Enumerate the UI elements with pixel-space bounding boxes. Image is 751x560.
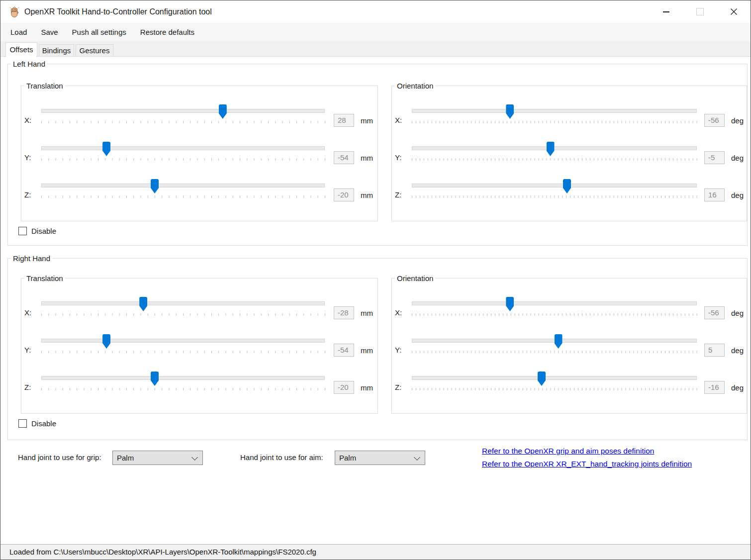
slider-track[interactable] (41, 146, 325, 150)
slider-z[interactable] (412, 370, 697, 395)
axis-label-y: Y: (395, 153, 401, 162)
slider-y[interactable] (41, 333, 325, 358)
axis-label-z: Z: (24, 383, 31, 391)
tab-gestures[interactable]: Gestures (76, 44, 113, 57)
minimize-button[interactable] (649, 0, 683, 23)
slider-z[interactable] (41, 370, 325, 395)
chevron-down-icon (191, 454, 198, 461)
value-box-x[interactable]: -56 (704, 306, 725, 319)
value-box-x[interactable]: -28 (334, 306, 354, 319)
left-disable-row: Disable (18, 227, 56, 235)
app-hand-icon (8, 6, 20, 18)
value-box-y[interactable]: -54 (334, 151, 354, 164)
grip-joint-value: Palm (117, 454, 134, 462)
unit-label: deg (731, 309, 744, 317)
slider-track[interactable] (41, 301, 325, 305)
slider-thumb[interactable] (151, 179, 159, 193)
slider-y[interactable] (41, 140, 325, 165)
close-button[interactable] (717, 0, 751, 23)
grip-joint-select[interactable]: Palm (112, 451, 203, 465)
menu-save[interactable]: Save (34, 23, 65, 41)
slider-thumb[interactable] (506, 104, 514, 119)
slider-track[interactable] (412, 146, 697, 150)
slider-track[interactable] (412, 184, 697, 187)
slider-y[interactable] (412, 333, 697, 358)
unit-label: deg (731, 346, 744, 355)
value-box-x[interactable]: 28 (334, 114, 354, 127)
value-box-y[interactable]: 5 (704, 344, 725, 357)
menu-restore-defaults[interactable]: Restore defaults (133, 23, 201, 41)
axis-label-x: X: (24, 116, 31, 124)
slider-thumb[interactable] (538, 372, 546, 386)
title-bar: OpenXR Toolkit Hand-to-Controller Config… (0, 0, 751, 23)
value-box-z[interactable]: -20 (334, 188, 354, 201)
close-icon (730, 8, 738, 15)
link-grip-aim-poses[interactable]: Refer to the OpenXR grip and aim poses d… (482, 447, 654, 456)
slider-x[interactable] (412, 103, 697, 128)
tab-bindings[interactable]: Bindings (39, 44, 74, 57)
slider-y[interactable] (412, 140, 697, 165)
right-orientation-group: Orientation X:-56degY:5degZ:-16deg (391, 278, 747, 414)
menu-load[interactable]: Load (3, 23, 34, 41)
link-hand-tracking-joints[interactable]: Refer to the OpenXR XR_EXT_hand_tracking… (482, 460, 692, 468)
slider-ticks (412, 121, 697, 123)
slider-thumb[interactable] (219, 104, 227, 119)
slider-track[interactable] (41, 184, 325, 187)
minimize-icon (663, 11, 669, 12)
aim-joint-label: Hand joint to use for aim: (240, 453, 323, 462)
slider-x[interactable] (41, 295, 325, 320)
slider-ticks (41, 313, 325, 316)
slider-track[interactable] (412, 109, 697, 113)
slider-track[interactable] (412, 376, 697, 380)
slider-thumb[interactable] (506, 297, 514, 311)
slider-thumb[interactable] (102, 334, 110, 349)
status-bar: Loaded from C:\Users\mbucc\Desktop\XR\AP… (0, 544, 751, 560)
slider-thumb[interactable] (139, 297, 147, 311)
value-box-y[interactable]: -54 (334, 344, 354, 357)
slider-track[interactable] (41, 109, 325, 113)
slider-ticks (412, 313, 697, 316)
axis-label-x: X: (395, 116, 402, 124)
axis-label-z: Z: (395, 383, 401, 391)
menu-push-all-settings[interactable]: Push all settings (65, 23, 133, 41)
slider-z[interactable] (412, 178, 697, 202)
aim-joint-value: Palm (339, 454, 356, 462)
unit-label: mm (361, 154, 373, 162)
left-disable-checkbox[interactable] (18, 227, 27, 235)
translation-label: Translation (24, 274, 65, 282)
slider-thumb[interactable] (555, 334, 563, 349)
axis-label-z: Z: (395, 190, 401, 199)
left-translation-group: Translation X:28mmY:-54mmZ:-20mm (21, 86, 378, 221)
slider-track[interactable] (41, 339, 325, 343)
slider-ticks (41, 388, 325, 390)
grip-joint-label: Hand joint to use for grip: (18, 453, 101, 462)
slider-track[interactable] (41, 376, 325, 380)
maximize-button (683, 0, 717, 23)
slider-thumb[interactable] (102, 142, 110, 156)
slider-thumb[interactable] (547, 142, 555, 156)
slider-x[interactable] (412, 295, 697, 320)
value-box-y[interactable]: -5 (704, 151, 725, 164)
slider-thumb[interactable] (563, 179, 571, 193)
translation-label: Translation (24, 82, 65, 90)
right-disable-checkbox[interactable] (18, 419, 27, 428)
tab-offsets[interactable]: Offsets (5, 42, 37, 57)
orientation-label: Orientation (395, 82, 435, 90)
slider-ticks (412, 388, 697, 390)
slider-z[interactable] (41, 178, 325, 202)
slider-ticks (41, 351, 325, 353)
unit-label: mm (361, 346, 373, 355)
chevron-down-icon (414, 454, 420, 461)
aim-joint-select[interactable]: Palm (335, 451, 425, 465)
unit-label: mm (361, 191, 373, 199)
value-box-x[interactable]: -56 (704, 114, 725, 127)
left-hand-group: Left Hand Translation X:28mmY:-54mmZ:-20… (7, 64, 748, 246)
right-disable-label: Disable (31, 419, 56, 428)
value-box-z[interactable]: -20 (334, 381, 354, 394)
value-box-z[interactable]: 16 (704, 188, 725, 201)
slider-x[interactable] (41, 103, 325, 128)
slider-thumb[interactable] (151, 372, 159, 386)
slider-track[interactable] (412, 301, 697, 305)
value-box-z[interactable]: -16 (704, 381, 725, 394)
slider-ticks (412, 351, 697, 353)
